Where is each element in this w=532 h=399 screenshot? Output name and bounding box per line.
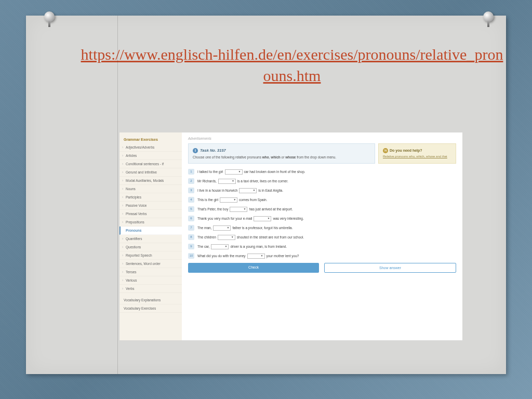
show-answer-button[interactable]: Show answer: [324, 263, 456, 273]
sidebar-item-phrasal-verbs[interactable]: Phrasal Verbs: [119, 210, 182, 218]
question-number: 5: [188, 206, 194, 212]
sidebar: Grammar Exercises Adjectives/AdverbsArti…: [119, 132, 182, 340]
question-row: 2Mr Richards, is a taxi driver, lives on…: [188, 178, 456, 184]
sidebar-item-verbs[interactable]: Verbs: [119, 285, 182, 293]
question-number: 4: [188, 197, 194, 203]
task-title-text: Task No. 3157: [200, 148, 226, 153]
question-text-post: comes from Spain.: [239, 198, 267, 202]
pushpin-right: [483, 11, 494, 22]
question-text-post: is in East Anglia.: [258, 189, 283, 192]
question-text-post: your mother lent you?: [267, 254, 299, 258]
question-row: 10What did you do with the money your mo…: [188, 253, 456, 259]
sidebar-item-nouns[interactable]: Nouns: [119, 185, 182, 193]
sidebar-item-conditional-sentences-if[interactable]: Conditional sentences - if: [119, 160, 182, 168]
sidebar-footer-vocabulary-explanations[interactable]: Vocabulary Explanations: [119, 296, 182, 304]
check-button[interactable]: Check: [188, 263, 319, 273]
sidebar-item-questions[interactable]: Questions: [119, 243, 182, 251]
question-row: 8The children shouted in the street are …: [188, 234, 456, 240]
paper-slide: https://www.englisch-hilfen.de/en/exerci…: [26, 16, 506, 374]
answer-dropdown[interactable]: [218, 179, 236, 184]
question-number: 6: [188, 216, 194, 221]
sidebar-item-tenses[interactable]: Tenses: [119, 268, 182, 276]
question-text-pre: Mr Richards,: [197, 179, 217, 183]
sidebar-item-sentences-word-order[interactable]: Sentences, Word order: [119, 260, 182, 268]
task-description: Choose one of the following relative pro…: [193, 155, 370, 159]
question-text-post: driver is a young man, is from Ireland.: [230, 245, 287, 248]
sidebar-item-prepositions[interactable]: Prepositions: [119, 218, 182, 227]
question-text-post: was very interesting.: [273, 217, 303, 220]
sidebar-item-modal-auxiliaries-modals[interactable]: Modal Auxiliaries, Modals: [119, 177, 182, 185]
question-text-post: car had broken down in front of the shop…: [244, 170, 305, 174]
sidebar-item-participles[interactable]: Participles: [119, 193, 182, 202]
question-row: 9The car, driver is a young man, is from…: [188, 244, 456, 249]
sidebar-item-reported-speech[interactable]: Reported Speech: [119, 251, 182, 260]
question-text-pre: The car,: [197, 245, 209, 248]
help-title-text: Do you need help?: [390, 149, 422, 152]
question-text-pre: The man,: [197, 226, 211, 230]
question-text-pre: This is the girl: [197, 198, 218, 202]
question-row: 6Thank you very much for your e-mail was…: [188, 216, 456, 221]
question-text-pre: What did you do with the money: [197, 254, 246, 258]
answer-dropdown[interactable]: [220, 197, 237, 203]
question-row: 4This is the girl comes from Spain.: [188, 197, 456, 203]
question-text-post: is a taxi driver, lives on the corner.: [237, 179, 288, 183]
question-number: 8: [188, 234, 194, 240]
question-number: 3: [188, 188, 194, 193]
answer-dropdown[interactable]: [218, 235, 235, 240]
question-text-pre: That's Peter, the boy: [197, 207, 228, 211]
question-text-pre: Thank you very much for your e-mail: [197, 217, 252, 220]
question-text-pre: I talked to the girl: [197, 170, 223, 174]
ads-label: Advertisements: [188, 137, 456, 140]
sidebar-item-gerund-and-infinitive[interactable]: Gerund and Infinitive: [119, 168, 182, 177]
answer-dropdown[interactable]: [211, 244, 229, 249]
answer-dropdown[interactable]: [230, 207, 247, 212]
question-text-pre: The children: [197, 235, 216, 239]
sidebar-item-various[interactable]: Various: [119, 276, 182, 285]
question-number: 7: [188, 225, 194, 231]
answer-dropdown[interactable]: [213, 225, 231, 231]
question-row: 1I talked to the girl car had broken dow…: [188, 169, 456, 175]
info-icon: i: [193, 148, 198, 153]
question-number: 1: [188, 169, 194, 175]
sidebar-item-quantifiers[interactable]: Quantifiers: [119, 235, 182, 243]
question-number: 9: [188, 244, 194, 249]
question-row: 7The man, father is a professor, forgot …: [188, 225, 456, 231]
embedded-screenshot: Grammar Exercises Adjectives/AdverbsArti…: [119, 132, 462, 340]
help-icon: ?!: [383, 148, 388, 153]
sidebar-item-articles[interactable]: Articles: [119, 152, 182, 160]
pushpin-left: [44, 11, 55, 22]
question-text-post: father is a professor, forgot his umbrel…: [232, 226, 292, 230]
question-number: 10: [188, 253, 194, 259]
answer-dropdown[interactable]: [247, 254, 265, 259]
sidebar-heading: Grammar Exercises: [119, 136, 182, 143]
question-row: 5That's Peter, the boy has just arrived …: [188, 206, 456, 212]
answer-dropdown[interactable]: [254, 216, 271, 221]
title-url-link[interactable]: https://www.englisch-hilfen.de/en/exerci…: [78, 44, 506, 86]
sidebar-item-pronouns[interactable]: Pronouns: [119, 227, 182, 235]
main-content: Advertisements iTask No. 3157 Choose one…: [182, 132, 462, 340]
sidebar-item-adjectives-adverbs[interactable]: Adjectives/Adverbs: [119, 143, 182, 152]
question-text-post: has just arrived at the airport.: [249, 207, 292, 211]
answer-dropdown[interactable]: [225, 169, 243, 175]
question-number: 2: [188, 178, 194, 184]
question-text-pre: I live in a house in Norwich: [197, 189, 237, 192]
vertical-divider: [117, 16, 118, 374]
sidebar-footer-vocabulary-exercises[interactable]: Vocabulary Exercises: [119, 304, 182, 313]
answer-dropdown[interactable]: [239, 188, 257, 193]
question-text-post: shouted in the street are not from our s…: [237, 235, 304, 239]
question-row: 3I live in a house in Norwich is in East…: [188, 188, 456, 193]
help-link[interactable]: Relative pronouns who, which, whose and …: [383, 155, 451, 158]
sidebar-item-passive-voice[interactable]: Passive Voice: [119, 202, 182, 210]
help-box: ?!Do you need help? Relative pronouns wh…: [378, 143, 456, 164]
task-box: iTask No. 3157 Choose one of the followi…: [188, 143, 375, 164]
